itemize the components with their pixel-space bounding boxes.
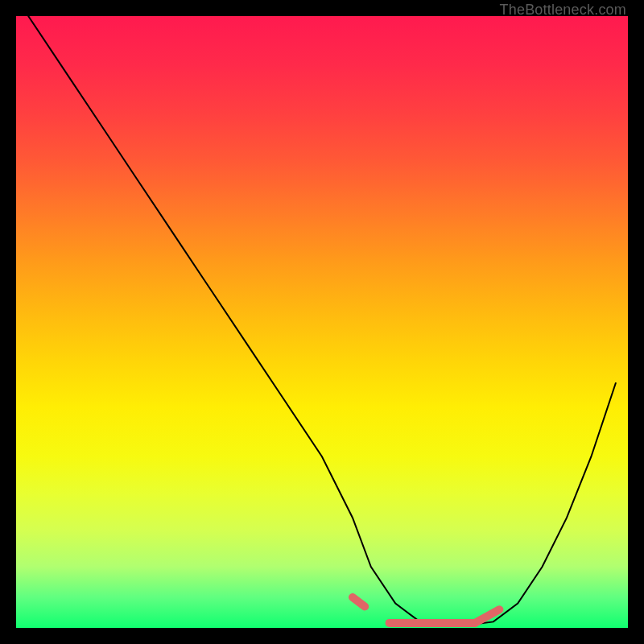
chart-container: TheBottleneck.com	[0, 0, 644, 644]
highlight-segment	[475, 609, 499, 623]
plot-area	[16, 16, 628, 628]
highlight-group	[353, 597, 499, 623]
highlight-segment	[353, 597, 365, 606]
curve-svg	[16, 16, 628, 628]
bottleneck-curve	[28, 16, 616, 625]
watermark-text: TheBottleneck.com	[500, 2, 626, 19]
